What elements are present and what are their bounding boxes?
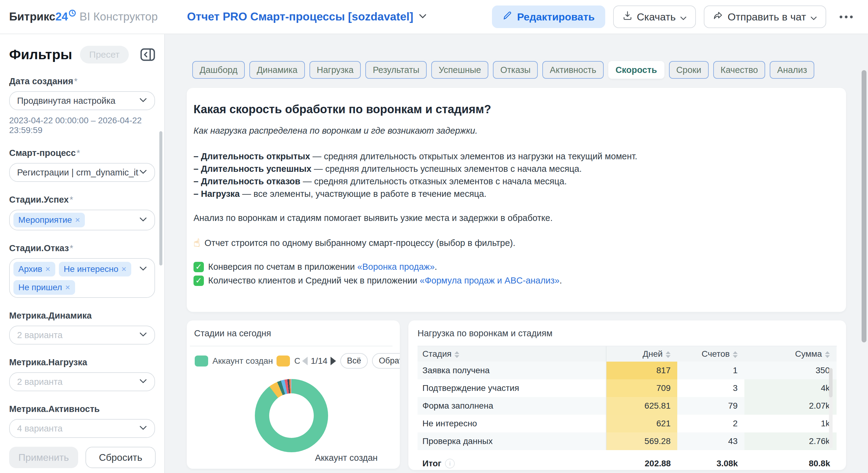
chip-remove-icon[interactable]: × xyxy=(75,215,80,225)
column-header-count[interactable]: Счетов xyxy=(677,346,744,361)
filter-label: Дата создания xyxy=(9,76,73,86)
more-menu-button[interactable] xyxy=(837,12,856,21)
topbar-actions: Редактировать Скачать Отправить в чат xyxy=(492,5,856,28)
invert-button[interactable]: Обратить xyxy=(372,353,400,369)
filter-label: Стадии.Успех xyxy=(9,195,69,204)
tab-sroki[interactable]: Сроки xyxy=(669,61,709,79)
date-created-select[interactable]: Продвинутая настройка xyxy=(9,91,155,110)
filters-title: Фильтры xyxy=(9,47,72,63)
filter-metric-activity: Метрика.Активность 4 варианта xyxy=(9,404,155,438)
stages-donut-chart[interactable] xyxy=(255,379,328,452)
chip-remove-icon[interactable]: × xyxy=(65,283,70,292)
filter-stages-fail: Стадии.Отказ* Архив× Не интересно× Не пр… xyxy=(9,243,155,298)
logo-product: BI Конструктор xyxy=(80,10,158,23)
stages-fail-select[interactable]: Архив× Не интересно× Не пришел× xyxy=(9,258,155,298)
clock-icon xyxy=(69,7,76,20)
note-line: ☝ Отчет строится по одному выбранному см… xyxy=(193,237,834,249)
chevron-down-icon xyxy=(139,425,147,432)
sort-icon xyxy=(825,351,830,358)
legend-swatch[interactable] xyxy=(195,355,208,367)
tab-uspeshnye[interactable]: Успешные xyxy=(431,61,488,79)
chip-ne-prishel[interactable]: Не пришел× xyxy=(13,280,75,295)
download-button[interactable]: Скачать xyxy=(613,5,696,28)
legend-label-truncated[interactable]: С xyxy=(294,356,300,366)
page-title: Какая скорость обработки по воронкам и с… xyxy=(193,102,834,117)
bitrix24-logo: Битрикс24 BI Конструктор xyxy=(9,10,158,23)
send-to-chat-label: Отправить в чат xyxy=(727,11,806,23)
table-scrollbar-thumb[interactable] xyxy=(829,368,833,397)
legend-label[interactable]: Аккаунт создан xyxy=(212,356,273,366)
filter-label: Метрика.Активность xyxy=(9,404,100,414)
filter-metric-load: Метрика.Нагрузка 2 варианта xyxy=(9,357,155,391)
stages-success-select[interactable]: Мероприятие× xyxy=(9,210,155,230)
related-apps-list: Конверсия по счетам в приложении «Воронк… xyxy=(193,260,834,287)
table-scrollbar[interactable] xyxy=(829,368,833,448)
check-icon xyxy=(193,276,204,286)
send-to-chat-button[interactable]: Отправить в чат xyxy=(704,5,826,28)
select-all-button[interactable]: Всё xyxy=(340,353,368,369)
check-icon xyxy=(193,262,204,272)
filter-metric-dynamics: Метрика.Динамика 2 варианта xyxy=(9,311,155,345)
sales-funnel-link[interactable]: «Воронка продаж» xyxy=(358,262,435,272)
tab-analiz[interactable]: Анализ xyxy=(770,61,814,79)
tab-aktivnost[interactable]: Активность xyxy=(542,61,603,79)
tab-otkazy[interactable]: Отказы xyxy=(493,61,538,79)
report-tabs: Дашборд Динамика Нагрузка Результаты Усп… xyxy=(192,61,846,79)
total-sum: 80.8k xyxy=(745,459,837,468)
tab-kachestvo[interactable]: Качество xyxy=(713,61,766,79)
filters-sidebar: Фильтры Пресет Дата создания* Продвинута… xyxy=(0,34,165,473)
chevron-down-icon xyxy=(139,98,147,104)
divider xyxy=(190,346,393,346)
chip-ne-interesno[interactable]: Не интересно× xyxy=(59,262,131,277)
chevron-down-icon xyxy=(139,332,147,338)
column-header-days[interactable]: Дней xyxy=(606,346,677,361)
prev-page-icon[interactable] xyxy=(302,357,308,365)
apply-button[interactable]: Применить xyxy=(9,447,78,468)
filter-smart-process: Смарт-процесс* Регистрации | crm_dynamic… xyxy=(9,148,155,182)
chip-remove-icon[interactable]: × xyxy=(121,264,126,274)
list-item: – Нагрузка — все элементы, участвующие в… xyxy=(193,188,834,200)
table-row: Форма заполнена 625.81 79 2.07k xyxy=(417,397,837,415)
tab-nagruzka[interactable]: Нагрузка xyxy=(309,61,361,79)
tab-rezultaty[interactable]: Результаты xyxy=(365,61,427,79)
page-scrollbar[interactable] xyxy=(862,70,866,342)
list-item: – Длительность отказов — средняя длитель… xyxy=(193,175,834,188)
chip-remove-icon[interactable]: × xyxy=(45,264,50,274)
chip-meropriyatie[interactable]: Мероприятие× xyxy=(13,213,85,227)
collapse-sidebar-button[interactable] xyxy=(141,48,155,61)
metric-activity-select[interactable]: 4 варианта xyxy=(9,419,155,438)
metric-load-select[interactable]: 2 варианта xyxy=(9,372,155,391)
table-total-row: Итог 202.88 3.08k 80.8k xyxy=(417,455,837,470)
page-indicator: 1/14 xyxy=(311,356,328,366)
chevron-down-icon xyxy=(139,217,147,223)
column-header-sum[interactable]: Сумма xyxy=(744,346,837,361)
edit-button[interactable]: Редактировать xyxy=(492,5,605,28)
total-days: 202.88 xyxy=(606,459,678,468)
column-header-stage[interactable]: Стадия xyxy=(417,346,606,361)
list-item: Конверсия по счетам в приложении «Воронк… xyxy=(193,260,834,274)
legend-swatch[interactable] xyxy=(277,355,290,367)
load-table: Стадия Дней Счетов Сумма Заявка получена… xyxy=(417,346,837,450)
download-icon xyxy=(622,10,633,23)
metric-dynamics-select[interactable]: 2 варианта xyxy=(9,325,155,345)
list-item: – Длительность открытых — средняя длител… xyxy=(193,150,834,163)
chevron-down-icon xyxy=(139,169,147,176)
sales-formula-link[interactable]: «Формула продаж и ABC-анализ» xyxy=(420,276,559,285)
tab-skorost[interactable]: Скорость xyxy=(608,61,664,79)
total-label: Итог xyxy=(423,459,441,468)
smart-process-select[interactable]: Регистрации | crm_dynamic_it... xyxy=(9,163,155,182)
sidebar-scrollbar[interactable] xyxy=(159,131,162,265)
download-label: Скачать xyxy=(637,11,676,23)
reset-button[interactable]: Сбросить xyxy=(86,447,156,468)
date-range-hint: 2023-04-22 00:00:00 – 2026-04-22 23:59:5… xyxy=(9,116,155,135)
preset-button[interactable]: Пресет xyxy=(80,46,128,63)
description-card: Какая скорость обработки по воронкам и с… xyxy=(187,88,846,312)
tab-dinamika[interactable]: Динамика xyxy=(249,61,305,79)
next-page-icon[interactable] xyxy=(331,357,336,365)
info-icon[interactable] xyxy=(445,459,455,468)
tab-dashbord[interactable]: Дашборд xyxy=(192,61,245,79)
logo-name: Битрикс xyxy=(9,10,55,23)
report-title-dropdown[interactable]: Отчет PRO Смарт-процессы [sozdavatel] xyxy=(187,10,427,23)
main-content: Дашборд Динамика Нагрузка Результаты Усп… xyxy=(165,34,868,473)
chip-arhiv[interactable]: Архив× xyxy=(13,262,55,277)
